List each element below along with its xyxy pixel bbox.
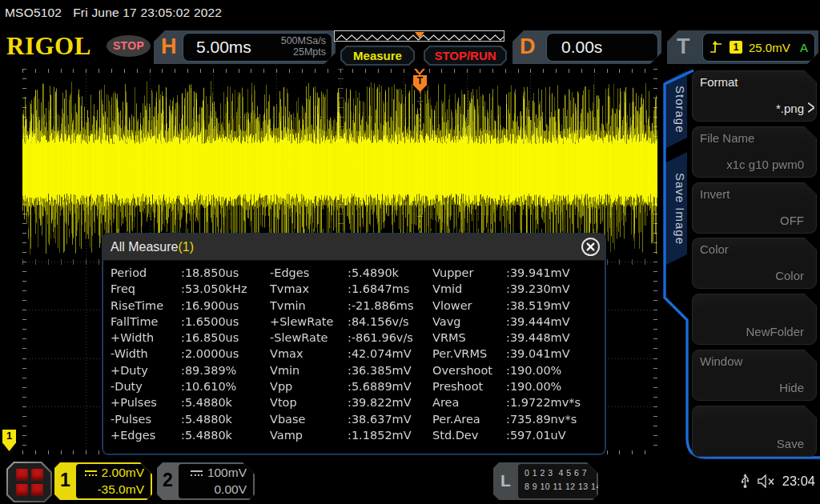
clock: 23:04 — [782, 474, 815, 489]
measure-value: :5.4880k — [181, 413, 270, 429]
trigger-mode: A — [800, 41, 808, 54]
menu-item-value: Color — [775, 269, 804, 282]
trigger-level: 25.0mV — [749, 41, 790, 54]
tab-save-image[interactable]: Save Image — [665, 152, 687, 266]
logic-channels-box[interactable]: L 0 1 2 3 4 5 6 78 9 10 11 12 13 14 15 — [493, 462, 598, 500]
chevron-right-icon: > — [808, 96, 815, 120]
measure-label: Freq — [111, 282, 181, 298]
close-icon[interactable] — [581, 238, 600, 256]
measure-value: :190.00% — [506, 380, 602, 396]
delay-settings[interactable]: D 0.00s — [512, 30, 661, 64]
measure-label: +Edges — [111, 429, 181, 445]
memory-depth: 25Mpts — [293, 46, 326, 58]
menu-item-value: x1c g10 pwm0 — [726, 158, 804, 171]
datetime: Fri June 17 23:05:02 2022 — [73, 6, 222, 19]
measure-label: Area — [432, 396, 506, 412]
measure-value: :16.850us — [181, 331, 270, 347]
measure-label: Period — [111, 266, 181, 282]
measure-value: :1.6847ms — [348, 282, 432, 298]
usb-icon — [740, 474, 750, 489]
menu-item-label: Window — [700, 354, 742, 368]
logic-row1: 0 1 2 3 4 5 6 7 — [525, 468, 587, 478]
menu-item-invert[interactable]: InvertOFF — [692, 182, 817, 234]
measure-label: FallTime — [111, 315, 181, 331]
popup-title-bar: All Measure(1) — [102, 234, 605, 260]
menu-item-window[interactable]: WindowHide — [692, 350, 817, 401]
measure-value: :84.156v/s — [348, 315, 432, 331]
channel2-box[interactable]: 2 100mV 0.00V — [157, 462, 255, 500]
measure-label: RiseTime — [111, 299, 181, 315]
dc-coupling-icon — [85, 470, 97, 476]
measure-label: -Duty — [111, 380, 181, 396]
channel1-offset-marker[interactable]: 1 — [2, 430, 16, 451]
measure-value: :36.385mV — [348, 364, 432, 380]
measure-label: Vmin — [270, 364, 348, 380]
measure-label: +Width — [111, 331, 181, 347]
oscilloscope-screen: MSO5102Fri June 17 23:05:02 2022 RIGOL S… — [0, 0, 820, 504]
horizontal-settings[interactable]: H 5.00ms 500MSa/s25Mpts — [154, 30, 336, 64]
channel1-box[interactable]: 1 2.00mV -35.0mV — [54, 462, 152, 500]
measure-value: :1.9722mv*s — [506, 396, 602, 412]
measure-value: :39.444mV — [506, 315, 602, 331]
measure-value: :597.01uV — [506, 429, 602, 445]
measure-value: :39.041mV — [506, 347, 602, 363]
menu-item-new-folder[interactable]: NewFolder — [692, 294, 817, 345]
menu-item-value: Save — [777, 437, 804, 450]
timebase-value: 5.00ms — [196, 38, 251, 57]
measure-value: :38.637mV — [348, 413, 432, 429]
channel2-number: 2 — [157, 462, 179, 500]
delay-key: D — [520, 34, 536, 59]
channel1-offset: -35.0mV — [97, 482, 144, 498]
measure-table: Period:18.850us-Edges:5.4890kVupper:39.9… — [111, 266, 605, 445]
measure-label: -Pulses — [111, 413, 181, 429]
measure-value: :5.4890k — [348, 266, 432, 282]
measure-label: VRMS — [432, 331, 506, 347]
popup-count: (1) — [178, 240, 194, 254]
measure-label: +Duty — [111, 364, 181, 380]
measure-label: Vlower — [432, 299, 506, 315]
menu-item-file-name[interactable]: File Namex1c g10 pwm0 — [692, 126, 817, 178]
measure-label: Per.Area — [432, 413, 506, 429]
measure-label: Std.Dev — [432, 429, 506, 445]
menu-item-value: *.png — [776, 102, 804, 115]
measure-value: :5.4880k — [181, 396, 270, 412]
delay-value: 0.00s — [561, 38, 602, 57]
model-name: MSO5102 — [5, 6, 62, 19]
measure-label: Overshoot — [432, 364, 506, 380]
measure-button[interactable]: Measure — [340, 46, 415, 66]
measure-value: :39.941mV — [506, 266, 602, 282]
measure-label: Tvmax — [270, 282, 348, 298]
memory-position-strip[interactable] — [334, 30, 504, 42]
menu-item-save[interactable]: Save — [692, 406, 817, 457]
measure-label: Vamp — [270, 429, 348, 445]
trigger-position-pointer[interactable] — [414, 69, 425, 75]
menu-item-label: Invert — [700, 187, 730, 201]
measure-value: :1.6500us — [181, 315, 270, 331]
sample-rate: 500MSa/s — [281, 35, 326, 46]
measure-label: +Pulses — [111, 396, 181, 412]
measure-value: :39.230mV — [506, 282, 602, 298]
trigger-settings[interactable]: T 1 25.0mV A — [667, 30, 818, 64]
menu-item-color[interactable]: ColorColor — [692, 238, 817, 289]
horizontal-key: H — [161, 34, 177, 59]
menu-item-value: NewFolder — [746, 325, 804, 338]
measure-label: Per.VRMS — [432, 347, 506, 363]
measure-label: Vbase — [270, 413, 348, 429]
measure-label: +SlewRate — [270, 315, 348, 331]
tab-storage[interactable]: Storage — [665, 70, 687, 149]
stop-run-button[interactable]: STOP/RUN — [424, 46, 507, 66]
measure-value: :10.610% — [181, 380, 270, 396]
menu-item-format[interactable]: Format*.png> — [692, 70, 817, 122]
rigol-logo: RIGOL — [6, 32, 91, 61]
measure-value: :1.1852mV — [348, 429, 432, 445]
status-bar: MSO5102Fri June 17 23:05:02 2022 — [5, 6, 222, 20]
measure-value: :735.89nv*s — [506, 413, 602, 429]
measure-label: -SlewRate — [270, 331, 348, 347]
measure-value: :39.448mV — [506, 331, 602, 347]
display-grid-icon[interactable] — [6, 462, 52, 502]
measure-value: :2.0000us — [181, 347, 270, 363]
measure-value: :53.050kHz — [181, 282, 270, 298]
measure-value: :18.850us — [181, 266, 270, 282]
measure-label: Vmax — [270, 347, 348, 363]
measure-value: :5.4880k — [181, 429, 270, 445]
